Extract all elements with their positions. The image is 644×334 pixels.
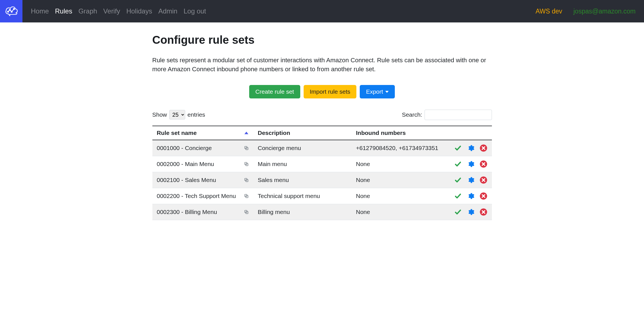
table-row: 0002100 - Sales MenuSales menuNone [152,172,492,188]
col-rule-set-name[interactable]: Rule set name [152,126,253,140]
show-label-post: entries [187,111,205,118]
nav-link-log-out[interactable]: Log out [184,7,206,15]
rule-set-name: 0002200 - Tech Support Menu [157,193,236,199]
rule-set-name: 0002300 - Billing Menu [157,209,217,215]
rule-set-description: Concierge menu [253,140,352,156]
table-row: 0001000 - ConciergeConcierge menu+612790… [152,140,492,156]
nav-right: AWS dev jospas@amazon.com [535,8,644,15]
table-row: 0002300 - Billing MenuBilling menuNone [152,204,492,220]
import-rule-sets-button[interactable]: Import rule sets [304,85,357,98]
svg-point-2 [11,11,12,12]
navbar: HomeRulesGraphVerifyHolidaysAdminLog out… [0,0,644,22]
inbound-numbers: None [352,156,447,172]
export-dropdown-button[interactable]: Export [360,85,395,98]
show-label-pre: Show [152,111,167,118]
copy-icon[interactable] [244,178,249,183]
gear-icon[interactable] [467,160,475,168]
sort-asc-icon [244,132,248,134]
page-description: Rule sets represent a modular set of cus… [152,56,492,74]
copy-icon[interactable] [244,162,249,167]
nav-link-rules[interactable]: Rules [55,7,72,15]
rule-set-description: Sales menu [253,172,352,188]
export-button-label: Export [366,88,383,95]
nav-link-admin[interactable]: Admin [158,7,177,15]
svg-point-0 [8,11,9,12]
svg-point-1 [9,9,10,10]
rule-sets-table: Rule set name Description Inbound number… [152,126,492,220]
entries-select[interactable]: 25 [169,110,185,119]
col-name-label: Rule set name [157,130,197,136]
inbound-numbers: +61279084520, +61734973351 [352,140,447,156]
rule-set-name: 0001000 - Concierge [157,145,212,151]
rule-set-name: 0002100 - Sales Menu [157,177,216,183]
rule-set-description: Billing menu [253,204,352,220]
gear-icon[interactable] [467,176,475,184]
nav-link-home[interactable]: Home [31,7,49,15]
page-title: Configure rule sets [152,34,492,46]
rule-set-description: Technical support menu [253,188,352,204]
table-row: 0002000 - Main MenuMain menuNone [152,156,492,172]
rule-set-description: Main menu [253,156,352,172]
delete-icon[interactable] [480,208,487,216]
inbound-numbers: None [352,172,447,188]
check-icon[interactable] [454,192,462,200]
copy-icon[interactable] [244,146,249,151]
inbound-numbers: None [352,204,447,220]
create-rule-set-button[interactable]: Create rule set [249,85,300,98]
col-inbound-numbers[interactable]: Inbound numbers [352,126,447,140]
delete-icon[interactable] [480,160,487,168]
check-icon[interactable] [454,160,462,168]
nav-links: HomeRulesGraphVerifyHolidaysAdminLog out [31,7,535,15]
delete-icon[interactable] [480,144,487,152]
rule-set-name: 0002000 - Main Menu [157,161,214,167]
copy-icon[interactable] [244,209,249,215]
nav-link-graph[interactable]: Graph [78,7,97,15]
gear-icon[interactable] [467,208,475,216]
env-label: AWS dev [535,8,562,15]
inbound-numbers: None [352,188,447,204]
nav-link-holidays[interactable]: Holidays [126,7,152,15]
gear-icon[interactable] [467,192,475,200]
col-description[interactable]: Description [253,126,352,140]
show-entries: Show 25 entries [152,110,205,119]
table-controls: Show 25 entries Search: [152,110,492,120]
check-icon[interactable] [454,176,462,184]
caret-down-icon [385,91,389,93]
check-icon[interactable] [454,144,462,152]
col-actions [447,126,492,140]
search-input[interactable] [425,110,492,120]
delete-icon[interactable] [480,176,487,184]
search-box: Search: [402,110,492,120]
check-icon[interactable] [454,208,462,216]
user-email: jospas@amazon.com [574,8,636,15]
action-row: Create rule set Import rule sets Export [152,85,492,98]
copy-icon[interactable] [244,194,249,199]
gear-icon[interactable] [467,144,475,152]
nav-link-verify[interactable]: Verify [103,7,120,15]
search-label: Search: [402,111,422,118]
svg-point-3 [13,8,15,10]
table-row: 0002200 - Tech Support MenuTechnical sup… [152,188,492,204]
delete-icon[interactable] [480,192,487,200]
logo[interactable] [0,0,22,22]
